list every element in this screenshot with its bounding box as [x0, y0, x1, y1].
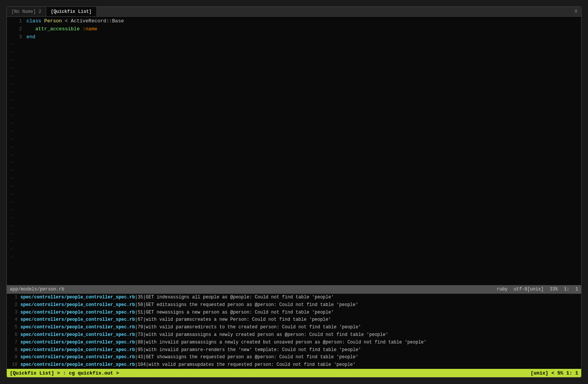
qf-msg-10: with valid paramsupdates the requested p…: [148, 361, 355, 369]
tab-bar: [No Name] 2 [Quickfix List] X: [7, 7, 581, 17]
tilde-7: ~: [7, 65, 581, 73]
qf-msg-4: with valid paramscreates a new Person: C…: [146, 316, 331, 324]
keyword-class: class: [26, 18, 41, 24]
qf-item-7: 7 spec/controllers/people_controller_spe…: [7, 339, 581, 347]
qf-file-5: spec/controllers/people_controller_spec.…: [20, 324, 135, 331]
qf-file-4: spec/controllers/people_controller_spec.…: [20, 316, 135, 324]
cmd-right-col: 1: [575, 370, 578, 376]
qf-msg-5: with valid paramsredirects to the create…: [146, 324, 361, 331]
qf-file-1: spec/controllers/people_controller_spec.…: [20, 294, 135, 301]
tab-active[interactable]: [Quickfix List]: [46, 7, 96, 16]
method-attr-accessible: attr_accessible: [35, 26, 79, 32]
status-position: 33%: [550, 287, 558, 292]
qf-num-6: 6: [10, 331, 17, 339]
tilde-9: ~: [7, 80, 581, 88]
qf-num-1: 1: [10, 294, 17, 301]
command-bar-right: [unix] < 5% 1: 1: [530, 370, 578, 376]
tilde-24: ~: [7, 198, 581, 206]
qf-num-8: 8: [10, 347, 17, 354]
qf-item-9: 9 spec/controllers/people_controller_spe…: [7, 354, 581, 361]
tilde-25: ~: [7, 206, 581, 214]
qf-file-10: spec/controllers/people_controller_spec.…: [20, 361, 135, 369]
code-content-2: attr_accessible :name: [26, 25, 97, 33]
status-encoding: utf-8[unix]: [514, 287, 544, 292]
command-bar[interactable]: [Quickfix List] > : cg quickfix.out > [u…: [7, 369, 581, 377]
qf-item-5: 5 spec/controllers/people_controller_spe…: [7, 324, 581, 331]
tilde-5: ~: [7, 49, 581, 57]
qf-item-8: 8 spec/controllers/people_controller_spe…: [7, 347, 581, 354]
status-line: 1:: [564, 287, 569, 292]
qf-file-2: spec/controllers/people_controller_spec.…: [20, 301, 135, 309]
tilde-27: ~: [7, 222, 581, 230]
qf-file-8: spec/controllers/people_controller_spec.…: [20, 347, 135, 354]
line-number-2: 2: [10, 25, 22, 33]
qf-linenum-2: |58|: [135, 301, 146, 309]
tilde-17: ~: [7, 144, 581, 151]
status-right: ruby utf-8[unix] 33% 1: 1: [497, 287, 578, 292]
code-status-bar: app/models/person.rb ruby utf-8[unix] 33…: [7, 285, 581, 293]
qf-linenum-4: |67|: [135, 316, 146, 324]
code-line-3: 3 end: [7, 33, 581, 41]
qf-msg-2: GET editassigns the requested person as …: [146, 301, 358, 309]
qf-msg-7: with invalid paramsassigns a newly creat…: [146, 339, 426, 347]
tilde-21: ~: [7, 175, 581, 183]
tilde-11: ~: [7, 96, 581, 104]
qf-linenum-10: |104|: [135, 361, 148, 369]
qf-item-6: 6 spec/controllers/people_controller_spe…: [7, 331, 581, 339]
code-editor[interactable]: 1 class Person < ActiveRecord::Base 2 at…: [7, 17, 581, 285]
tilde-19: ~: [7, 159, 581, 167]
tilde-20: ~: [7, 167, 581, 175]
cmd-right-lt: <: [551, 370, 554, 376]
tilde-15: ~: [7, 128, 581, 136]
cmd-right-pos: 1:: [566, 370, 572, 376]
qf-msg-3: GET newassigns a new person as @person: …: [146, 309, 334, 317]
qf-linenum-9: |43|: [135, 354, 146, 361]
tab-inactive[interactable]: [No Name] 2: [7, 7, 46, 16]
tilde-31: ~: [7, 254, 581, 262]
qf-linenum-7: |88|: [135, 339, 146, 347]
qf-linenum-1: |35|: [135, 294, 146, 301]
qf-item-3: 3 spec/controllers/people_controller_spe…: [7, 309, 581, 317]
vim-window: [No Name] 2 [Quickfix List] X 1 class Pe…: [6, 6, 582, 378]
code-content-3: end: [26, 33, 35, 41]
qf-linenum-8: |95|: [135, 347, 146, 354]
status-filetype: ruby: [497, 287, 508, 292]
tilde-12: ~: [7, 104, 581, 112]
qf-file-3: spec/controllers/people_controller_spec.…: [20, 309, 135, 317]
status-col: 1: [576, 287, 578, 292]
tilde-10: ~: [7, 88, 581, 96]
qf-item-1: 1 spec/controllers/people_controller_spe…: [7, 294, 581, 301]
code-content-1: class Person < ActiveRecord::Base: [26, 17, 124, 25]
command-bar-left: [Quickfix List] > : cg quickfix.out >: [10, 370, 119, 376]
code-line-1: 1 class Person < ActiveRecord::Base: [7, 17, 581, 25]
tilde-18: ~: [7, 151, 581, 159]
inactive-tab-label: [No Name]: [11, 9, 36, 14]
qf-linenum-5: |79|: [135, 324, 146, 331]
tilde-16: ~: [7, 136, 581, 144]
qf-item-2: 2 spec/controllers/people_controller_spe…: [7, 301, 581, 309]
quickfix-list: 1 spec/controllers/people_controller_spe…: [7, 293, 581, 369]
tilde-30: ~: [7, 246, 581, 254]
tilde-4: ~: [7, 41, 581, 49]
qf-num-3: 3: [10, 309, 17, 317]
qf-num-9: 9: [10, 354, 17, 361]
cmd-right-pct: 5%: [557, 370, 563, 376]
qf-num-7: 7: [10, 339, 17, 347]
qf-item-4: 4 spec/controllers/people_controller_spe…: [7, 316, 581, 324]
qf-num-10: 10: [10, 361, 17, 369]
tab-close-button[interactable]: X: [571, 7, 581, 16]
qf-linenum-3: |51|: [135, 309, 146, 317]
status-filename: app/models/person.rb: [10, 287, 64, 292]
tilde-6: ~: [7, 57, 581, 65]
tilde-8: ~: [7, 73, 581, 81]
qf-msg-9: GET showassigns the requested person as …: [146, 354, 358, 361]
code-line-2: 2 attr_accessible :name: [7, 25, 581, 33]
tilde-29: ~: [7, 238, 581, 246]
tilde-22: ~: [7, 183, 581, 191]
keyword-end: end: [26, 34, 35, 40]
qf-msg-6: with valid paramsassigns a newly created…: [146, 331, 388, 339]
qf-num-2: 2: [10, 301, 17, 309]
cmd-right-bracket: [unix]: [530, 370, 548, 376]
inactive-tab-num: 2: [39, 9, 41, 14]
qf-file-6: spec/controllers/people_controller_spec.…: [20, 331, 135, 339]
